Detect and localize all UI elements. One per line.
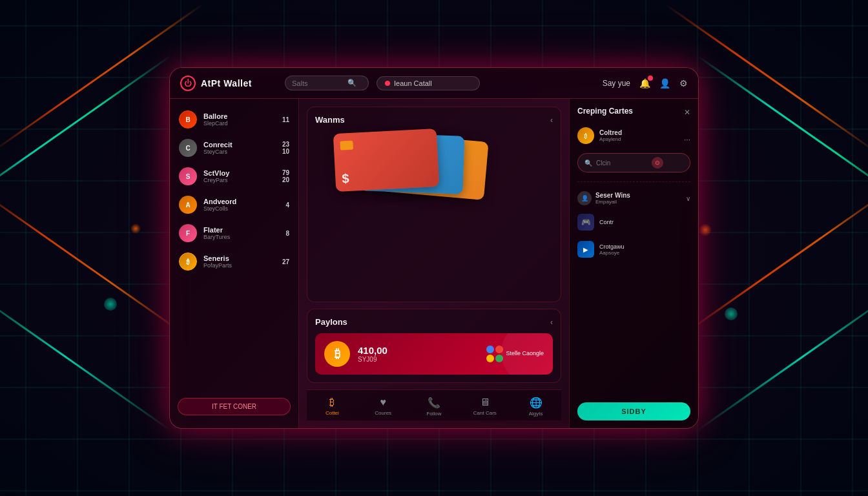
right-search-input[interactable] <box>596 160 648 167</box>
right-title: Creping Cartes <box>577 107 633 116</box>
avatar-seneris: ₿ <box>179 253 197 271</box>
sidebar-item-sctvloy[interactable]: S SctVloy CreyPars 7920 <box>170 162 298 191</box>
sidebar-name-conrecit: Conrecit <box>203 141 276 149</box>
search-input[interactable] <box>292 79 344 87</box>
nav-item-follow[interactable]: 📞 Follow <box>409 395 460 418</box>
search-icon: 🔍 <box>347 79 356 87</box>
filter-search-icon: 🔍 <box>584 160 592 167</box>
sidebar-sub-flater: BaryTures <box>203 234 279 240</box>
right-top-sub: Apaylend <box>599 136 679 142</box>
seser-wins-sub: Empayall <box>595 199 630 205</box>
right-divider-1 <box>577 181 690 182</box>
avatar-conrecit: C <box>179 139 197 157</box>
location-box[interactable]: Ieaun Catall <box>377 76 480 90</box>
sidebar-info-seneris: Seneris PofayParts <box>203 254 276 269</box>
nav-icon-cottei: ₿ <box>329 397 335 408</box>
right-search-filter[interactable]: 🔍 ⊙ <box>577 153 690 172</box>
sidebar-count-seneris: 27 <box>282 258 289 265</box>
avatar-ballore: B <box>179 110 197 129</box>
center-panel: Wanms ‹ $ Tolous Y Corlue V <box>299 99 569 428</box>
sidebar-name-andveord: Andveord <box>203 198 279 205</box>
payment-arrow[interactable]: ‹ <box>550 318 553 327</box>
sidebar-item-conrecit[interactable]: C Conrecit SteyCars 2310 <box>170 134 298 162</box>
sidebar-item-andveord[interactable]: A Andveord SteyColls 4 <box>170 191 298 219</box>
sidebar-sub-conrecit: SteyCars <box>203 149 276 155</box>
sidebar-bottom-button[interactable]: IT FET CONER <box>178 398 291 415</box>
card-stack: $ Tolous Y Corlue V <box>322 131 553 202</box>
search-box[interactable]: 🔍 <box>285 76 369 90</box>
sidebar-name-sctvloy: SctVloy <box>203 169 276 177</box>
right-panel: Creping Cartes ✕ ₿ Coltred Apaylend ··· … <box>569 99 698 428</box>
app-title: AtPt Wallet <box>201 78 252 88</box>
game-info-crotgawu: Crotgawu Aapsoye <box>599 243 690 256</box>
payment-sub: SYJ09 <box>358 356 479 363</box>
sidebar-count-andveord: 4 <box>285 202 289 209</box>
payment-section: Paylons ‹ ₿ 410,00 SYJ09 <box>307 309 561 383</box>
nav-icon-algyts: 🌐 <box>530 397 542 409</box>
glow-dot-2 <box>104 298 117 311</box>
right-top-name: Coltred <box>599 129 679 136</box>
location-dot-icon <box>385 81 390 86</box>
nav-label-cottei: Cottei <box>326 410 339 416</box>
sidebar-info-ballore: Ballore SlepCard <box>203 112 276 127</box>
avatar-sctvloy: S <box>179 167 197 185</box>
payment-amount: 410,00 <box>358 345 479 356</box>
nav-label-coures: Coures <box>375 410 391 416</box>
sidebar-count-flater: 8 <box>285 230 289 237</box>
nav-item-algyts[interactable]: 🌐 Algyts <box>510 395 561 418</box>
game-name-contr: Contr <box>599 219 690 225</box>
sidebar-name-seneris: Seneris <box>203 254 276 262</box>
sidebar: B Ballore SlepCard 11 C Conrecit SteyCar… <box>170 99 299 428</box>
bitcoin-icon: ₿ <box>324 341 350 367</box>
right-game-crotgawu: ▶ Crotgawu Aapsoye <box>577 239 690 260</box>
notification-badge <box>648 76 653 81</box>
notify-label: Say yue <box>603 79 630 88</box>
nav-icon-cant-cars: 🖥 <box>480 397 490 408</box>
app-window: ⏻ AtPt Wallet 🔍 Ieaun Catall Say yue 🔔 👤… <box>169 67 699 429</box>
right-header: Creping Cartes ✕ <box>577 107 690 118</box>
wallet-card-1[interactable]: $ <box>333 129 439 192</box>
wallets-section: Wanms ‹ $ Tolous Y Corlue V <box>307 107 561 302</box>
nav-label-follow: Follow <box>426 411 441 417</box>
right-close-icon[interactable]: ✕ <box>684 108 690 117</box>
card-chip-1 <box>340 141 353 150</box>
sidebar-count-sctvloy: 7920 <box>282 169 289 183</box>
settings-button[interactable]: ⚙ <box>679 78 688 88</box>
payment-brand: Stelle Caongle <box>506 350 544 358</box>
payment-info: 410,00 SYJ09 <box>358 345 479 363</box>
notification-button[interactable]: 🔔 <box>639 78 650 88</box>
glow-dot-3 <box>699 223 712 236</box>
game-thumb-crotgawu: ▶ <box>577 241 594 258</box>
payment-logo-group: Stelle Caongle <box>486 346 544 362</box>
bottom-nav: ₿ Cottei ♥ Coures 📞 Follow 🖥 Cant Cars 🌐 <box>307 389 561 420</box>
sidebar-item-seneris[interactable]: ₿ Seneris PofayParts 27 <box>170 247 298 276</box>
logo-icon: ⏻ <box>180 76 196 91</box>
seser-wins-info: Seser Wins Empayall <box>595 192 630 205</box>
payment-card: ₿ 410,00 SYJ09 <box>315 333 553 375</box>
sidebar-info-flater: Flater BaryTures <box>203 226 279 240</box>
nav-item-coures[interactable]: ♥ Coures <box>358 395 409 418</box>
sidebar-item-flater[interactable]: F Flater BaryTures 8 <box>170 219 298 247</box>
sidebar-info-sctvloy: SctVloy CreyPars <box>203 169 276 183</box>
sidebar-sub-andveord: SteyColls <box>203 205 279 212</box>
more-dots-icon[interactable]: ··· <box>684 135 690 144</box>
sidebar-sub-seneris: PofayParts <box>203 262 276 269</box>
sidebar-item-ballore[interactable]: B Ballore SlepCard 11 <box>170 105 298 134</box>
filter-button[interactable]: ⊙ <box>652 157 663 169</box>
user-button[interactable]: 👤 <box>659 78 670 88</box>
submit-button[interactable]: SIDBY <box>577 402 690 420</box>
nav-item-cant-cars[interactable]: 🖥 Cant Cars <box>459 395 510 418</box>
glow-dot-1 <box>130 223 141 234</box>
seser-wins-item: 👤 Seser Wins Empayall <box>577 191 630 205</box>
nav-item-cottei[interactable]: ₿ Cottei <box>307 395 358 418</box>
sidebar-info-conrecit: Conrecit SteyCars <box>203 141 276 155</box>
wallets-arrow[interactable]: ‹ <box>550 116 553 125</box>
game-thumb-contr: 🎮 <box>577 214 594 231</box>
right-top-avatar: ₿ <box>577 127 594 144</box>
wallets-header: Wanms ‹ <box>315 115 553 125</box>
nav-icon-follow: 📞 <box>428 397 440 409</box>
seser-wins-arrow[interactable]: ∨ <box>686 195 690 202</box>
right-top-item: ₿ Coltred Apaylend ··· <box>577 125 690 147</box>
sidebar-name-flater: Flater <box>203 226 279 234</box>
wallets-title: Wanms <box>315 115 345 125</box>
